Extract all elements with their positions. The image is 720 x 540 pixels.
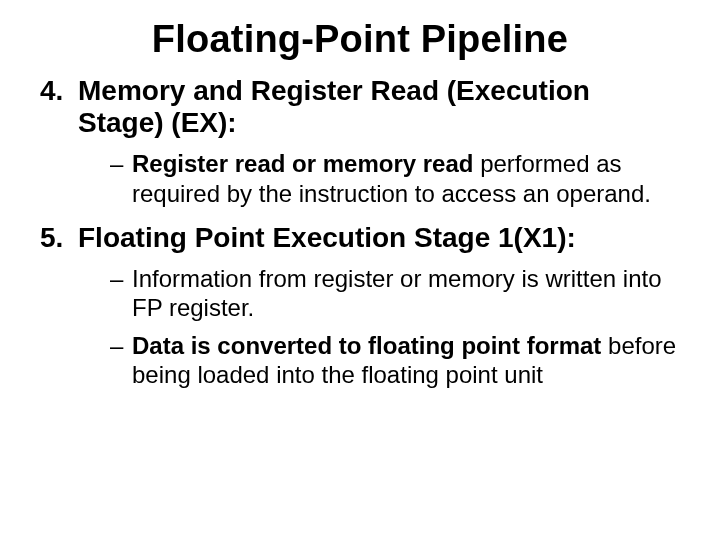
- sub-item: Register read or memory read performed a…: [110, 149, 680, 208]
- numbered-list: 4. Memory and Register Read (Execution S…: [40, 75, 680, 389]
- sub-item: Data is converted to floating point form…: [110, 331, 680, 390]
- sub-item: Information from register or memory is w…: [110, 264, 680, 323]
- item-heading: Floating Point Execution Stage 1(X1):: [78, 222, 680, 254]
- list-item: 5. Floating Point Execution Stage 1(X1):…: [40, 222, 680, 389]
- item-heading: Memory and Register Read (Execution Stag…: [78, 75, 680, 139]
- list-item: 4. Memory and Register Read (Execution S…: [40, 75, 680, 208]
- sub-item-bold: Data is converted to floating point form…: [132, 332, 601, 359]
- sub-item-text: Information from register or memory is w…: [132, 265, 662, 321]
- slide: Floating-Point Pipeline 4. Memory and Re…: [0, 0, 720, 540]
- item-number: 4.: [40, 75, 63, 107]
- sub-item-bold: Register read or memory read: [132, 150, 473, 177]
- item-number: 5.: [40, 222, 63, 254]
- slide-title: Floating-Point Pipeline: [40, 18, 680, 61]
- sub-list: Register read or memory read performed a…: [78, 149, 680, 208]
- sub-list: Information from register or memory is w…: [78, 264, 680, 389]
